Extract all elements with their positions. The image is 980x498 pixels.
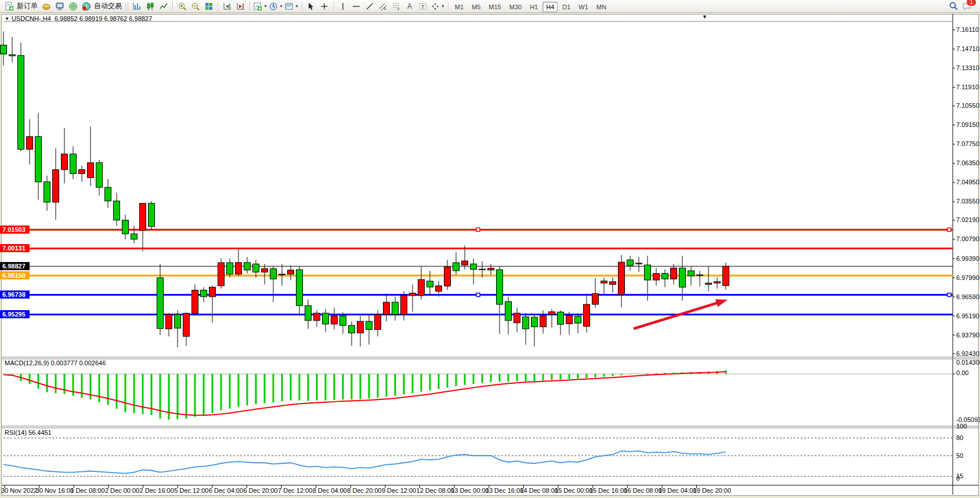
mt4-window: { "toolbar": { "new_order_label": "新订单",… xyxy=(0,0,980,498)
chart-canvas[interactable] xyxy=(0,0,980,498)
